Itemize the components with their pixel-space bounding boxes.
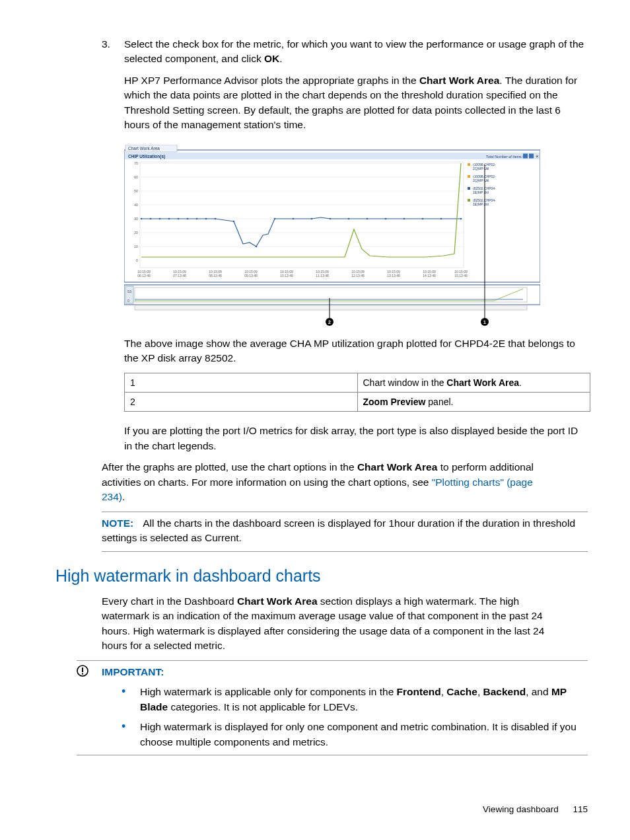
svg-text:50: 50	[134, 189, 138, 193]
svg-point-28	[196, 218, 198, 220]
svg-text:×: ×	[536, 153, 539, 159]
figure-tab-label: Chart Work Area	[128, 146, 160, 151]
svg-text:11:13:48: 11:13:48	[316, 274, 329, 278]
svg-point-37	[348, 218, 350, 220]
port-para: If you are plotting the port I/O metrics…	[124, 424, 588, 453]
svg-rect-2	[125, 153, 540, 159]
svg-point-26	[178, 218, 180, 220]
table-row: 2 Zoom Preview panel.	[125, 393, 590, 412]
svg-point-30	[215, 218, 217, 220]
step3-p2-bold: Chart Work Area	[419, 75, 499, 86]
svg-text:2Q)MP Util: 2Q)MP Util	[473, 178, 489, 182]
svg-text:2: 2	[328, 320, 331, 325]
svg-point-43	[460, 218, 462, 220]
svg-rect-91	[82, 673, 83, 674]
note-rule-bottom	[102, 551, 588, 552]
svg-rect-4	[529, 153, 534, 158]
svg-rect-80	[135, 287, 527, 302]
svg-text:14:13:48: 14:13:48	[423, 274, 436, 278]
step3-text-post: .	[279, 53, 282, 64]
callout-1-desc: Chart window in the Chart Work Area.	[357, 373, 590, 392]
svg-rect-73	[468, 199, 470, 202]
svg-point-35	[311, 218, 313, 220]
callout-1-num: 1	[125, 373, 358, 392]
svg-text:06:13:48: 06:13:48	[137, 274, 151, 278]
svg-text:70: 70	[134, 161, 138, 165]
svg-text:12:13:48: 12:13:48	[351, 274, 365, 278]
svg-rect-70	[468, 187, 470, 190]
important-rule-top	[77, 660, 588, 661]
svg-point-41	[422, 218, 424, 220]
footer-section: Viewing dashboard	[483, 804, 559, 814]
callout-2-num: 2	[125, 393, 358, 412]
svg-point-22	[141, 218, 143, 220]
step-3: 3. Select the check box for the metric, …	[102, 37, 588, 139]
callout-2-desc: Zoom Preview panel.	[357, 393, 590, 412]
svg-point-34	[293, 218, 295, 220]
svg-point-32	[256, 246, 258, 248]
svg-text:60: 60	[134, 175, 138, 179]
svg-point-24	[159, 218, 161, 220]
svg-rect-90	[82, 668, 83, 672]
svg-text:2Q)MP Util: 2Q)MP Util	[473, 167, 489, 171]
svg-point-40	[403, 218, 405, 220]
important-bullet-2: • High watermark is displayed for only o…	[122, 720, 588, 749]
svg-text:08:13:48: 08:13:48	[209, 274, 222, 278]
bullet-icon: •	[122, 685, 140, 714]
svg-point-33	[274, 218, 276, 220]
svg-text:10:13:48: 10:13:48	[280, 274, 293, 278]
important-block: IMPORTANT:	[77, 665, 588, 679]
svg-text:30: 30	[134, 217, 138, 221]
note-rule-top	[102, 512, 588, 512]
step3-text-bold: OK	[264, 53, 279, 64]
important-rule-bottom	[77, 755, 588, 755]
bullet-icon: •	[122, 720, 140, 749]
after-graphs-para: After the graphs are plotted, use the ch…	[102, 460, 545, 504]
table-row: 1 Chart window in the Chart Work Area.	[125, 373, 590, 392]
svg-text:07:13:48: 07:13:48	[173, 274, 186, 278]
important-b2-text: High watermark is displayed for only one…	[140, 720, 588, 749]
svg-point-29	[205, 218, 207, 220]
step-number: 3.	[102, 37, 124, 139]
svg-text:0: 0	[127, 299, 129, 303]
figure-title: CHIP Utilization(s)	[128, 153, 165, 159]
svg-text:53: 53	[127, 289, 131, 293]
important-icon	[77, 665, 102, 679]
svg-point-38	[367, 218, 368, 220]
step3-p2-pre: HP XP7 Performance Advisor plots the app…	[124, 75, 419, 86]
chart-work-area-figure: Chart Work Area CHIP Utilization(s) Tota…	[124, 145, 540, 327]
note-block: NOTE:All the charts in the dashboard scr…	[102, 516, 588, 546]
after-figure-para: The above image show the average CHA MP …	[124, 336, 588, 366]
svg-text:15:13:48: 15:13:48	[454, 274, 468, 278]
svg-text:40: 40	[134, 203, 138, 207]
figure-total-items: Total Number of Items 4	[486, 154, 524, 158]
svg-rect-3	[523, 153, 528, 158]
svg-point-25	[168, 218, 170, 220]
footer-page: 115	[573, 804, 588, 814]
step-body: Select the check box for the metric, for…	[124, 37, 588, 139]
step3-text-pre: Select the check box for the metric, for…	[124, 38, 584, 64]
svg-text:1E)MP Util: 1E)MP Util	[473, 190, 489, 194]
callout-table: 1 Chart window in the Chart Work Area. 2…	[124, 373, 590, 412]
svg-point-27	[187, 218, 189, 220]
note-label: NOTE:	[102, 517, 133, 529]
svg-point-31	[233, 221, 235, 223]
svg-rect-6	[140, 162, 464, 268]
svg-point-23	[150, 218, 152, 220]
svg-text:10: 10	[134, 245, 138, 248]
svg-rect-82	[135, 305, 527, 310]
page-footer: Viewing dashboard 115	[483, 803, 588, 816]
important-label: IMPORTANT:	[102, 665, 164, 679]
svg-text:09:13:48: 09:13:48	[244, 274, 258, 278]
section-heading: High watermark in dashboard charts	[55, 564, 588, 588]
svg-text:1: 1	[483, 320, 486, 325]
svg-text:20: 20	[134, 231, 138, 235]
svg-rect-67	[468, 175, 470, 178]
svg-point-39	[385, 218, 387, 220]
svg-point-36	[330, 218, 332, 220]
svg-rect-64	[468, 163, 470, 166]
note-text: All the charts in the dashboard screen i…	[102, 517, 575, 543]
svg-text:13:13:48: 13:13:48	[387, 274, 400, 278]
important-bullet-1: • High watermark is applicable only for …	[122, 685, 588, 714]
svg-point-42	[440, 218, 442, 220]
